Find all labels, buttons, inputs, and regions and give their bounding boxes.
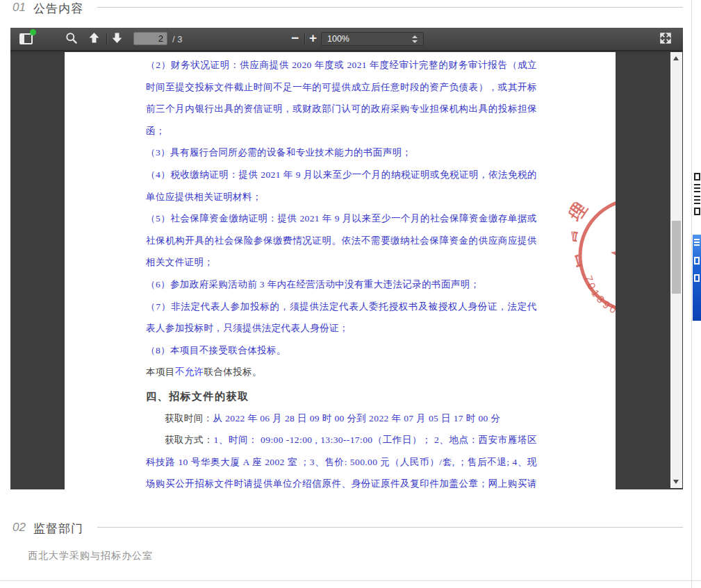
document-paragraph: （6）参加政府采购活动前 3 年内在经营活动中没有重大违法记录的书面声明； [146,274,537,296]
search-button[interactable] [65,32,79,46]
side-widget-cutoff-blue[interactable] [693,235,701,321]
page-down-button[interactable] [111,32,125,46]
stamp-serial-number: 7013904 [582,270,616,325]
section-announcement-header: 01 公告内容 [0,0,701,15]
toolbar-separator [106,33,107,44]
cutoff-glyph [694,173,700,180]
fullscreen-button[interactable] [659,32,673,46]
document-paragraph: （5）社会保障资金缴纳证明：提供 2021 年 9 月以来至少一个月的社会保障资… [146,208,537,274]
page-root: 01 公告内容 [0,0,701,588]
supervision-department-text: 西北大学采购与招标办公室 [28,550,153,562]
cutoff-glyph [694,184,700,192]
select-spinner-icon [412,35,418,43]
section-number: 02 [13,521,26,535]
pdf-viewer: / 3 − + 100% [10,28,683,489]
page-number-input[interactable] [133,32,167,45]
document-paragraph: （3）具有履行合同所必需的设备和专业技术能力的书面声明； [146,142,537,164]
sidebar-toggle-icon [19,33,33,44]
section-rule [97,527,683,528]
search-icon [65,32,78,44]
document-text: （2）财务状况证明：供应商提供 2020 年度或 2021 年度经审计完整的财务… [146,54,537,489]
section-title: 监督部门 [33,521,83,537]
fullscreen-icon [659,32,672,44]
section-title: 公告内容 [33,1,83,17]
section-supervision-header: 02 监督部门 [0,520,701,535]
document-paragraph: （8）本项目不接受联合体投标。 [146,339,537,362]
page-up-button[interactable] [88,32,102,46]
toolbar-separator [304,33,305,44]
zoom-out-button[interactable]: − [291,31,299,46]
scrollbar-thumb[interactable] [672,221,681,294]
scroll-down-icon[interactable] [673,480,679,484]
document-paragraph: （4）税收缴纳证明：提供 2021 年 9 月以来至少一个月的纳税证明或免税证明… [146,164,537,208]
zoom-in-button[interactable]: + [309,31,317,46]
page-count-label: / 3 [172,34,182,44]
pdf-viewport: （2）财务状况证明：供应商提供 2020 年度或 2021 年度经审计完整的财务… [10,51,683,489]
pdf-toolbar: / 3 − + 100% [10,28,683,51]
section-number: 01 [13,1,26,15]
section-rule [97,7,683,8]
zoom-level-select[interactable]: 100% [321,32,424,46]
right-panel-border [691,0,692,588]
official-stamp: 目管理 7013904 [568,187,616,325]
sidebar-toggle-button[interactable] [19,32,33,46]
cutoff-glyph [694,274,700,282]
document-paragraph: 获取方式：1、时间： 09:00 -12:00 , 13:30--17:00（工… [146,429,537,489]
document-section-heading: 四、招标文件的获取 [146,385,537,408]
cutoff-glyph [694,257,700,264]
document-paragraph: 获取时间：从 2022 年 06 月 28 日 09 时 00 分到 2022 … [146,408,537,430]
page-down-icon [111,32,123,44]
pdf-scrollbar[interactable] [670,52,682,488]
cutoff-glyph [694,239,700,247]
side-widget-cutoff-text[interactable] [693,169,701,232]
cutoff-glyph [694,208,700,215]
document-paragraph: （2）财务状况证明：供应商提供 2020 年度或 2021 年度经审计完整的财务… [146,54,537,142]
scroll-up-icon[interactable] [673,56,679,60]
document-paragraph: 本项目不允许联合体投标。 [146,361,537,383]
cutoff-glyph [694,196,700,204]
stamp-star-icon [608,227,616,281]
pdf-page: （2）财务状况证明：供应商提供 2020 年度或 2021 年度经审计完整的财务… [65,52,616,489]
bottom-divider [0,580,701,581]
page-up-icon [88,32,100,44]
svg-text:7013904: 7013904 [582,270,616,325]
zoom-level-value: 100% [327,34,349,44]
document-paragraph: （7）非法定代表人参加投标的，须提供法定代表人委托授权书及被授权人身份证，法定代… [146,296,537,339]
sidebar-indicator-dot [30,29,36,35]
